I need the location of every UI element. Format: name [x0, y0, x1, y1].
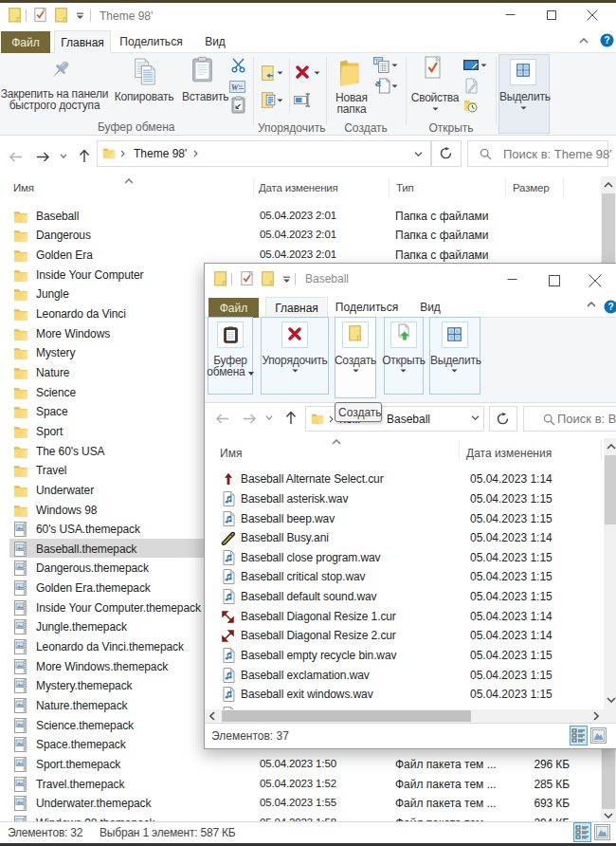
- svg-text:?: ?: [604, 35, 609, 46]
- svg-text:?: ?: [607, 302, 613, 312]
